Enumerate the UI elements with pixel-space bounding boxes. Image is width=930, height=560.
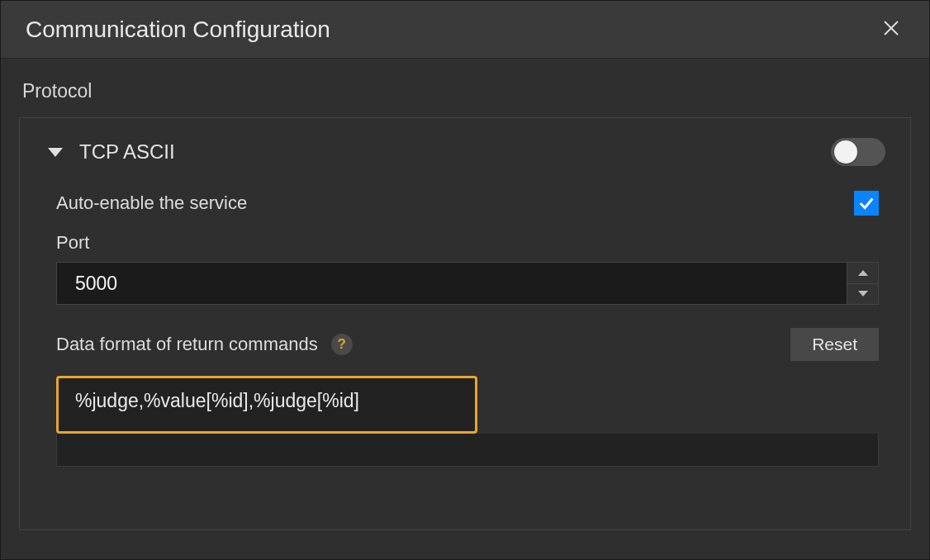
protocol-form: Auto-enable the service Port <box>45 191 885 467</box>
port-step-up[interactable] <box>847 263 878 284</box>
port-step-down[interactable] <box>847 284 878 305</box>
protocol-panel-header: TCP ASCII <box>45 138 885 166</box>
row-auto-enable: Auto-enable the service <box>56 191 879 216</box>
protocol-enable-toggle[interactable] <box>831 138 885 166</box>
dialog-titlebar: Communication Configuration <box>1 1 929 59</box>
data-format-label: Data format of return commands <box>56 334 318 355</box>
chevron-up-icon <box>858 270 868 276</box>
data-format-value: %judge,%value[%id],%judge[%id] <box>59 378 475 424</box>
data-format-textarea-extra[interactable] <box>56 434 879 467</box>
help-icon[interactable]: ? <box>331 334 353 355</box>
dialog-title: Communication Configuration <box>26 17 330 43</box>
close-icon[interactable] <box>878 17 904 42</box>
row-data-format-header: Data format of return commands ? Reset <box>56 328 879 361</box>
port-field <box>56 262 879 305</box>
dialog-body: Protocol TCP ASCII Auto-enable the servi… <box>1 59 929 559</box>
section-label-protocol: Protocol <box>22 80 911 102</box>
port-label: Port <box>56 232 879 254</box>
auto-enable-checkbox[interactable] <box>854 191 879 216</box>
port-stepper <box>847 263 878 304</box>
port-input[interactable] <box>57 263 847 304</box>
check-icon <box>857 194 875 212</box>
protocol-expander[interactable]: TCP ASCII <box>45 140 175 164</box>
reset-button[interactable]: Reset <box>790 328 879 361</box>
caret-down-icon <box>48 148 63 157</box>
dialog-communication-config: Communication Configuration Protocol TCP… <box>0 0 930 560</box>
auto-enable-label: Auto-enable the service <box>56 192 247 214</box>
data-format-highlight-box[interactable]: %judge,%value[%id],%judge[%id] <box>56 376 477 434</box>
chevron-down-icon <box>858 291 868 297</box>
protocol-name: TCP ASCII <box>79 140 175 164</box>
toggle-knob <box>834 140 857 164</box>
protocol-panel: TCP ASCII Auto-enable the service Port <box>19 117 911 530</box>
